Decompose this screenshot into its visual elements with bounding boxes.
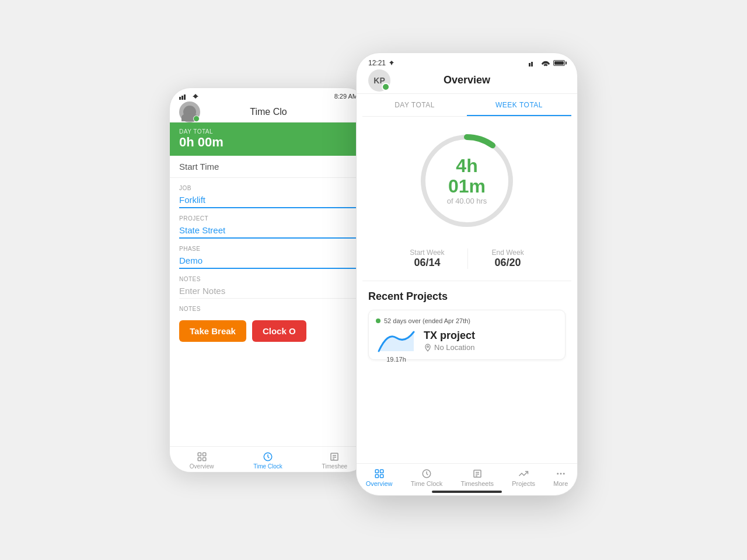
bg-day-total-value: 0h 00m	[179, 135, 358, 150]
bg-notes-label: NOTES	[179, 271, 358, 282]
fg-project-location: No Location	[424, 343, 558, 352]
bg-signal	[179, 93, 200, 100]
fg-bottom-nav: Overview Time Clock Timesheets Projects …	[357, 463, 577, 489]
take-break-button[interactable]: Take Break	[179, 320, 246, 342]
bg-nav-time-clock[interactable]: Time Clock	[253, 452, 282, 470]
fg-project-tag-text: 52 days over (ended Apr 27th)	[384, 317, 470, 324]
fg-app-header: KP Overview	[357, 69, 577, 94]
bg-project-label: PROJECT	[179, 211, 358, 222]
fg-nav-timesheets-label: Timesheets	[461, 480, 494, 487]
fg-home-indicator	[432, 491, 502, 493]
bg-header-title: Time Clo	[250, 107, 287, 117]
svg-rect-14	[529, 63, 530, 66]
bg-job-section: JOB Forklift	[170, 178, 367, 208]
svg-rect-21	[380, 470, 383, 473]
bg-phase-value[interactable]: Demo	[179, 252, 358, 269]
bg-day-total-label: DAY TOTAL	[179, 128, 358, 135]
fg-project-chart: 19.17h	[376, 329, 417, 352]
bg-start-time[interactable]: Start Time	[170, 156, 367, 178]
fg-circle-time: 4h 01m	[441, 156, 493, 197]
background-phone: 8:29 AM Time Clo DAY TOTAL 0h 00m Start …	[169, 88, 368, 473]
svg-rect-20	[375, 470, 378, 473]
bg-buttons-row: Take Break Clock O	[170, 312, 367, 350]
svg-rect-22	[375, 475, 378, 478]
fg-nav-timesheets[interactable]: Timesheets	[461, 468, 494, 487]
battery-icon	[553, 60, 566, 66]
svg-rect-5	[203, 453, 205, 456]
fg-nav-time-clock-label: Time Clock	[411, 480, 443, 487]
svg-point-29	[557, 473, 558, 475]
fg-location-text: No Location	[434, 343, 474, 352]
fg-tag-dot	[376, 318, 381, 323]
fg-avatar-initials: KP	[374, 76, 385, 85]
bg-project-section: PROJECT State Street	[170, 208, 367, 239]
svg-rect-6	[198, 458, 201, 461]
svg-rect-2	[184, 94, 186, 100]
svg-rect-7	[203, 458, 205, 461]
fg-nav-projects[interactable]: Projects	[512, 468, 535, 487]
bg-notes2-section: NOTES	[170, 299, 367, 312]
bg-job-label: JOB	[179, 180, 358, 191]
fg-start-week-label: Start Week	[410, 249, 444, 257]
fg-project-name: TX project	[424, 330, 558, 342]
tab-day-total[interactable]: DAY TOTAL	[362, 94, 467, 116]
svg-rect-23	[380, 475, 383, 478]
bg-phase-section: PHASE Demo	[170, 239, 367, 269]
bg-nav-time-clock-label: Time Clock	[253, 463, 282, 470]
bg-avatar	[179, 102, 200, 123]
bg-notes-value[interactable]: Enter Notes	[179, 282, 358, 299]
fg-status-icons	[529, 60, 566, 66]
svg-rect-15	[531, 62, 533, 66]
svg-marker-3	[193, 94, 198, 99]
bg-day-total-bar: DAY TOTAL 0h 00m	[170, 123, 367, 156]
fg-nav-more-label: More	[553, 480, 568, 487]
svg-point-30	[560, 473, 561, 475]
fg-nav-more[interactable]: More	[553, 468, 568, 487]
fg-avatar: KP	[368, 69, 390, 92]
fg-recent-title: Recent Projects	[368, 290, 566, 303]
fg-recent-projects: Recent Projects 52 days over (ended Apr …	[357, 281, 577, 365]
svg-point-19	[427, 345, 429, 347]
fg-project-tag: 52 days over (ended Apr 27th)	[376, 317, 558, 324]
fg-nav-time-clock[interactable]: Time Clock	[411, 468, 443, 487]
fg-header-title: Overview	[444, 74, 490, 86]
fg-project-card[interactable]: 52 days over (ended Apr 27th) 19.17h TX …	[368, 310, 566, 360]
fg-circle-sub: of 40.00 hrs	[441, 197, 493, 206]
bg-project-value[interactable]: State Street	[179, 222, 358, 239]
tab-week-total[interactable]: WEEK TOTAL	[467, 94, 571, 116]
svg-rect-1	[181, 96, 183, 100]
svg-marker-13	[389, 61, 394, 65]
bg-notes2-label: NOTES	[179, 301, 358, 312]
bg-job-value[interactable]: Forklift	[179, 191, 358, 208]
bg-app-header: Time Clo	[170, 102, 367, 123]
svg-rect-4	[198, 453, 201, 456]
fg-end-week: End Week 06/20	[491, 249, 523, 269]
bg-avatar-person	[183, 106, 196, 118]
bg-nav-timesheets-label: Timeshee	[322, 463, 348, 470]
fg-week-info: Start Week 06/14 End Week 06/20	[362, 239, 571, 281]
fg-start-week-value: 06/14	[410, 257, 444, 269]
bg-nav-overview[interactable]: Overview	[190, 452, 214, 470]
fg-status-bar: 12:21	[357, 53, 577, 69]
fg-week-divider	[467, 249, 468, 269]
fg-project-info: TX project No Location	[424, 330, 558, 352]
bg-nav-timesheets[interactable]: Timeshee	[322, 452, 348, 470]
fg-nav-overview[interactable]: Overview	[366, 468, 393, 487]
clock-out-button[interactable]: Clock O	[252, 320, 306, 342]
fg-nav-overview-label: Overview	[366, 480, 393, 487]
svg-point-31	[563, 473, 565, 475]
bg-nav-overview-label: Overview	[190, 463, 214, 470]
svg-rect-0	[179, 97, 181, 100]
bg-notes-section: NOTES Enter Notes	[170, 269, 367, 299]
fg-progress-circle: 4h 01m of 40.00 hrs	[414, 128, 519, 233]
fg-project-card-body: 19.17h TX project No Location	[376, 329, 558, 352]
fg-circle-text: 4h 01m of 40.00 hrs	[441, 156, 493, 205]
foreground-phone: 12:21 KP Overview DAY TOTAL W	[356, 52, 578, 496]
fg-end-week-value: 06/20	[491, 257, 523, 269]
bg-status-bar: 8:29 AM	[170, 88, 367, 102]
fg-start-week: Start Week 06/14	[410, 249, 444, 269]
bg-time: 8:29 AM	[334, 93, 358, 100]
bg-phase-label: PHASE	[179, 241, 358, 252]
fg-nav-projects-label: Projects	[512, 480, 535, 487]
fg-end-week-label: End Week	[491, 249, 523, 257]
